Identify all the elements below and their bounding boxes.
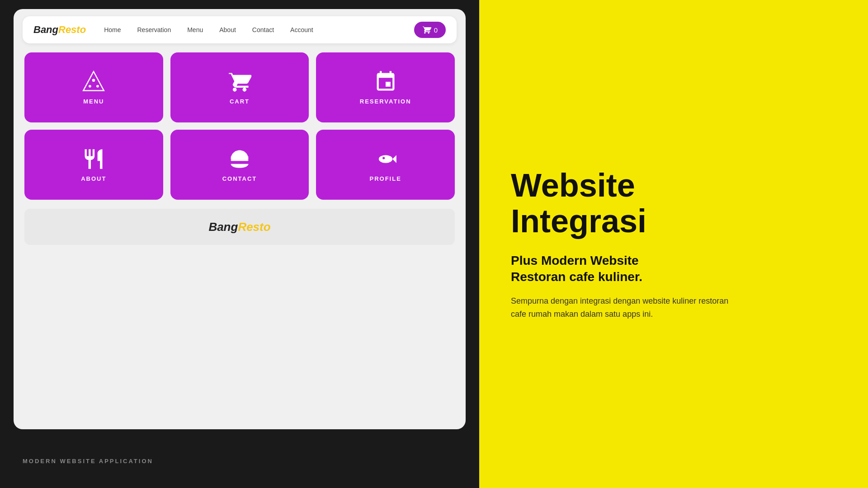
grid-card-reservation[interactable]: RESERVATION — [316, 52, 455, 122]
headline: WebsiteIntegrasi — [511, 168, 836, 239]
cart-icon — [422, 25, 431, 34]
reservation-label: RESERVATION — [360, 98, 411, 105]
grid-card-menu[interactable]: MENU — [24, 52, 163, 122]
svg-point-1 — [89, 85, 91, 88]
nav-contact[interactable]: Contact — [252, 26, 274, 33]
main-wrapper: BangResto Home Reservation Menu About Co… — [0, 0, 868, 488]
nav-about[interactable]: About — [219, 26, 236, 33]
fish-icon — [374, 147, 397, 171]
grid-card-profile[interactable]: PROFILE — [316, 130, 455, 200]
footer-logo: BangResto — [208, 220, 270, 234]
subheadline: Plus Modern WebsiteRestoran cafe kuliner… — [511, 253, 836, 286]
grid-card-cart[interactable]: CART — [170, 52, 309, 122]
navbar-logo[interactable]: BangResto — [33, 24, 86, 36]
footer-bar: BangResto — [24, 209, 455, 245]
grid-section: MENU CART RESERVATION — [14, 43, 466, 209]
menu-label: MENU — [83, 98, 104, 105]
navbar: BangResto Home Reservation Menu About Co… — [23, 16, 457, 43]
cutlery-icon — [82, 147, 105, 171]
bottom-bar: MODERN WEBSITE APPLICATION — [0, 434, 479, 488]
cart-label: CART — [230, 98, 250, 105]
logo-resto: Resto — [58, 24, 86, 35]
nav-menu[interactable]: Menu — [187, 26, 203, 33]
grid-card-about[interactable]: ABOUT — [24, 130, 163, 200]
svg-point-2 — [96, 85, 99, 88]
svg-point-4 — [382, 157, 385, 159]
cart-big-icon — [228, 70, 251, 94]
footer-logo-bang: Bang — [208, 220, 238, 234]
right-section: WebsiteIntegrasi Plus Modern WebsiteRest… — [479, 0, 868, 488]
cart-button[interactable]: 0 — [414, 22, 446, 38]
logo-bang: Bang — [33, 24, 58, 35]
description: Sempurna dengan integrasi dengan website… — [511, 295, 746, 321]
footer-logo-resto: Resto — [238, 220, 270, 234]
about-label: ABOUT — [81, 175, 106, 182]
calendar-icon — [374, 70, 397, 94]
app-card: BangResto Home Reservation Menu About Co… — [14, 9, 466, 429]
bottom-label: MODERN WEBSITE APPLICATION — [23, 458, 153, 465]
pizza-icon — [82, 70, 105, 94]
svg-point-0 — [92, 79, 95, 82]
contact-label: CONTACT — [222, 175, 257, 182]
profile-label: PROFILE — [369, 175, 401, 182]
cart-count: 0 — [434, 26, 438, 34]
svg-point-3 — [378, 155, 392, 163]
grid-card-contact[interactable]: CONTACT — [170, 130, 309, 200]
burger-icon — [228, 147, 251, 171]
nav-reservation[interactable]: Reservation — [137, 26, 171, 33]
nav-account[interactable]: Account — [290, 26, 313, 33]
nav-links: Home Reservation Menu About Contact Acco… — [104, 26, 414, 33]
nav-home[interactable]: Home — [104, 26, 121, 33]
left-section: BangResto Home Reservation Menu About Co… — [0, 0, 479, 488]
